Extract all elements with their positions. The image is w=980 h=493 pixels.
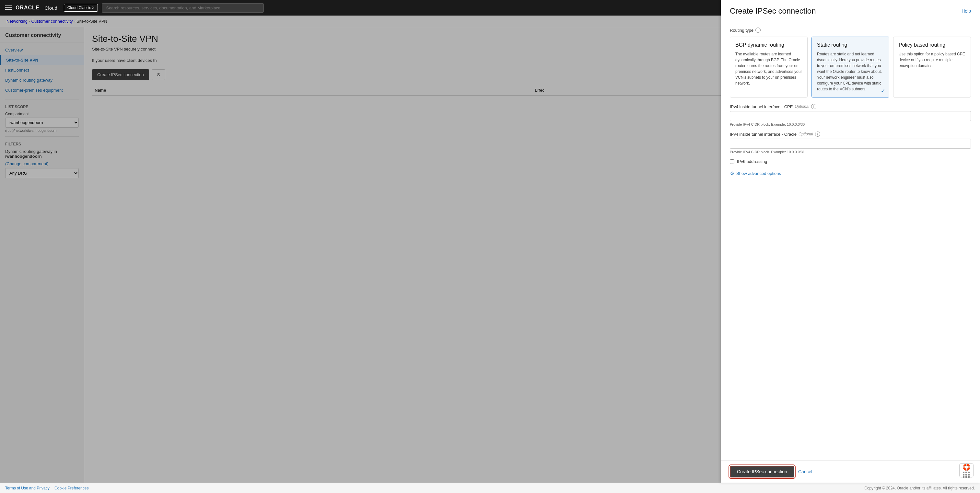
ipv4-oracle-info-icon[interactable]: i bbox=[815, 132, 820, 137]
oracle-logo: ORACLE bbox=[16, 5, 40, 11]
help-widget-dots bbox=[963, 472, 970, 478]
ipv4-cpe-input[interactable] bbox=[730, 111, 971, 121]
modal-footer: Create IPSec connection Cancel bbox=[721, 460, 980, 483]
ipv4-oracle-label: IPv4 inside tunnel interface - Oracle Op… bbox=[730, 132, 971, 137]
ipv4-oracle-group: IPv4 inside tunnel interface - Oracle Op… bbox=[730, 132, 971, 154]
bgp-card-title: BGP dynamic routing bbox=[735, 42, 802, 48]
footer: Terms of Use and Privacy Cookie Preferen… bbox=[0, 483, 980, 493]
show-advanced-label: Show advanced options bbox=[736, 171, 781, 176]
hamburger-menu[interactable] bbox=[5, 5, 12, 10]
ipv4-cpe-info-icon[interactable]: i bbox=[811, 104, 816, 109]
modal-help-link[interactable]: Help bbox=[961, 8, 971, 14]
policy-card-title: Policy based routing bbox=[899, 42, 966, 48]
footer-terms-link[interactable]: Terms of Use and Privacy bbox=[5, 486, 49, 490]
ipv6-label: IPv6 addressing bbox=[737, 159, 767, 164]
static-card-title: Static routing bbox=[817, 42, 884, 48]
modal-body: Routing type i BGP dynamic routing The a… bbox=[721, 21, 980, 460]
policy-card-desc: Use this option for a policy based CPE d… bbox=[899, 51, 966, 69]
routing-card-policy[interactable]: Policy based routing Use this option for… bbox=[893, 36, 971, 98]
ipv4-cpe-label: IPv4 inside tunnel interface - CPE Optio… bbox=[730, 104, 971, 109]
modal-create-ipsec-button[interactable]: Create IPSec connection bbox=[730, 466, 794, 477]
modal-create-ipsec: Create IPSec connection Help Routing typ… bbox=[721, 0, 980, 483]
ipv6-checkbox-group: IPv6 addressing bbox=[730, 159, 971, 164]
routing-type-info-icon[interactable]: i bbox=[756, 27, 760, 33]
cloud-label: Cloud bbox=[45, 5, 57, 11]
static-card-desc: Routes are static and not learned dynami… bbox=[817, 51, 884, 92]
static-selected-checkmark: ✓ bbox=[881, 88, 885, 94]
routing-options: BGP dynamic routing The available routes… bbox=[730, 36, 971, 98]
show-advanced-link[interactable]: ⚙ Show advanced options bbox=[730, 170, 971, 176]
footer-cookie-link[interactable]: Cookie Preferences bbox=[54, 486, 89, 490]
search-input[interactable] bbox=[102, 3, 264, 13]
ipv4-oracle-input[interactable] bbox=[730, 139, 971, 149]
ipv6-checkbox[interactable] bbox=[730, 159, 734, 164]
help-widget-icon: 🛟 bbox=[963, 463, 970, 471]
help-widget[interactable]: 🛟 bbox=[959, 463, 974, 477]
routing-card-static[interactable]: Static routing Routes are static and not… bbox=[811, 36, 889, 98]
modal-title: Create IPSec connection bbox=[730, 6, 816, 16]
footer-copyright: Copyright © 2024, Oracle and/or its affi… bbox=[864, 486, 975, 490]
ipv4-oracle-optional: Optional bbox=[799, 132, 813, 136]
ipv4-oracle-hint: Provide IPv4 CIDR block. Example: 10.0.0… bbox=[730, 150, 971, 154]
routing-card-bgp[interactable]: BGP dynamic routing The available routes… bbox=[730, 36, 808, 98]
ipv4-cpe-optional: Optional bbox=[795, 104, 809, 109]
bgp-card-desc: The available routes are learned dynamic… bbox=[735, 51, 802, 86]
footer-left: Terms of Use and Privacy Cookie Preferen… bbox=[5, 486, 92, 490]
advanced-options-icon: ⚙ bbox=[730, 170, 734, 176]
ipv4-cpe-group: IPv4 inside tunnel interface - CPE Optio… bbox=[730, 104, 971, 126]
routing-type-label: Routing type i bbox=[730, 27, 971, 33]
modal-cancel-button[interactable]: Cancel bbox=[798, 469, 813, 474]
ipv4-cpe-hint: Provide IPv4 CIDR block. Example: 10.0.0… bbox=[730, 122, 971, 126]
modal-header: Create IPSec connection Help bbox=[721, 0, 980, 21]
cloud-classic-button[interactable]: Cloud Classic > bbox=[64, 4, 98, 12]
